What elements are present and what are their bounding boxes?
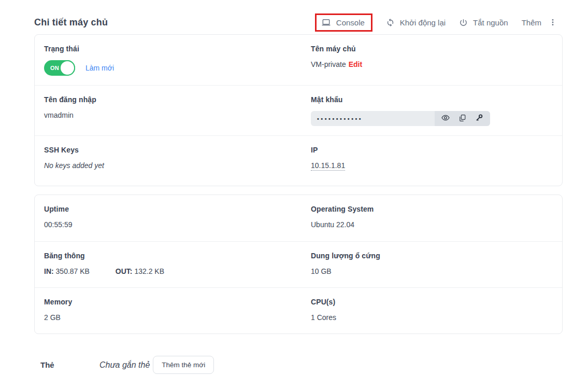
ssh-keys-label: SSH Keys: [44, 146, 311, 154]
system-details-card: Uptime 00:55:59 Operating System Ubuntu …: [34, 195, 563, 334]
change-password-button[interactable]: [475, 114, 483, 123]
cpu-label: CPU(s): [311, 298, 553, 306]
toggle-knob: [60, 60, 75, 76]
copy-password-button[interactable]: [458, 114, 466, 123]
uptime-value: 00:55:59: [44, 220, 311, 229]
power-icon: [459, 18, 468, 27]
bandwidth-in-value: 350.87 KB: [56, 267, 90, 275]
power-off-label: Tắt nguồn: [473, 18, 508, 27]
power-off-button[interactable]: Tắt nguồn: [459, 18, 508, 27]
tags-section: Thẻ Chưa gắn thẻ Thêm thẻ mới: [40, 356, 588, 374]
copy-icon: [458, 114, 466, 123]
console-button[interactable]: Console: [321, 18, 365, 27]
power-toggle[interactable]: ON: [44, 60, 75, 76]
ssh-keys-cell: SSH Keys No keys added yet: [44, 136, 311, 186]
password-masked-value: ••••••••••••: [311, 116, 435, 122]
os-cell: Operating System Ubuntu 22.04: [311, 195, 553, 241]
bandwidth-label: Băng thông: [44, 252, 311, 260]
more-button[interactable]: Thêm: [522, 18, 541, 27]
username-value: vmadmin: [44, 111, 311, 119]
server-details-page: Chi tiết máy chủ Console: [0, 0, 588, 389]
username-label: Tên đăng nhập: [44, 95, 311, 104]
ip-value-link[interactable]: 10.15.1.81: [311, 161, 345, 171]
refresh-link[interactable]: Làm mới: [85, 64, 114, 72]
memory-value: 2 GB: [44, 313, 311, 322]
bandwidth-out-label: OUT:: [116, 267, 133, 275]
uptime-cell: Uptime 00:55:59: [44, 195, 311, 241]
console-label: Console: [336, 18, 365, 27]
memory-cpu-row: Memory 2 GB CPU(s) 1 Cores: [35, 287, 562, 334]
hostname-value: VM-private: [311, 60, 346, 68]
toggle-on-text: ON: [50, 65, 59, 71]
sshkeys-ip-row: SSH Keys No keys added yet IP 10.15.1.81: [35, 135, 562, 186]
kebab-menu-icon[interactable]: [549, 18, 557, 27]
disk-value: 10 GB: [311, 267, 553, 275]
restart-button[interactable]: Khởi động lại: [386, 18, 446, 27]
tags-label: Thẻ: [40, 360, 99, 369]
memory-cell: Memory 2 GB: [44, 288, 311, 334]
laptop-icon: [321, 18, 331, 27]
cpu-cell: CPU(s) 1 Cores: [311, 288, 553, 334]
os-value: Ubuntu 22.04: [311, 220, 553, 229]
cpu-value: 1 Cores: [311, 313, 553, 322]
memory-label: Memory: [44, 298, 311, 306]
disk-label: Dung lượng ổ cứng: [311, 252, 553, 260]
ip-cell: IP 10.15.1.81: [311, 136, 553, 186]
status-label: Trạng thái: [44, 45, 311, 53]
status-cell: Trạng thái ON Làm mới: [44, 35, 311, 85]
bandwidth-cell: Băng thông IN: 350.87 KB OUT: 132.2 KB: [44, 242, 311, 287]
username-password-row: Tên đăng nhập vmadmin Mật khẩu •••••••••…: [35, 85, 562, 135]
bandwidth-out-value: 132.2 KB: [134, 267, 164, 275]
ip-label: IP: [311, 146, 553, 154]
more-label: Thêm: [522, 18, 541, 27]
os-label: Operating System: [311, 205, 553, 213]
tags-empty-text: Chưa gắn thẻ: [99, 360, 150, 370]
key-icon: [475, 114, 483, 123]
page-title: Chi tiết máy chủ: [34, 17, 108, 28]
header-actions: Console Khởi động lại Tắt nguồn: [315, 13, 557, 32]
add-tag-button[interactable]: Thêm thẻ mới: [153, 356, 214, 374]
uptime-label: Uptime: [44, 205, 311, 213]
password-label: Mật khẩu: [311, 95, 553, 104]
bandwidth-in-label: IN:: [44, 267, 54, 275]
username-cell: Tên đăng nhập vmadmin: [44, 86, 311, 135]
disk-cell: Dung lượng ổ cứng 10 GB: [311, 242, 553, 287]
console-highlight-box: Console: [315, 13, 372, 32]
password-field: ••••••••••••: [311, 111, 490, 126]
hostname-cell: Tên máy chủ VM-privateEdit: [311, 35, 553, 85]
hostname-edit-link[interactable]: Edit: [349, 60, 362, 68]
bandwidth-disk-row: Băng thông IN: 350.87 KB OUT: 132.2 KB D…: [35, 241, 562, 287]
restart-icon: [386, 18, 395, 27]
show-password-button[interactable]: [441, 114, 450, 123]
password-cell: Mật khẩu ••••••••••••: [311, 86, 553, 135]
password-actions: [435, 111, 490, 126]
access-details-card: Trạng thái ON Làm mới Tên máy chủ VM-pri…: [34, 34, 563, 186]
status-hostname-row: Trạng thái ON Làm mới Tên máy chủ VM-pri…: [35, 35, 562, 85]
ssh-keys-value: No keys added yet: [44, 161, 311, 170]
hostname-label: Tên máy chủ: [311, 45, 553, 53]
uptime-os-row: Uptime 00:55:59 Operating System Ubuntu …: [35, 195, 562, 241]
restart-label: Khởi động lại: [400, 18, 446, 27]
eye-icon: [441, 114, 450, 123]
page-header: Chi tiết máy chủ Console: [0, 0, 588, 34]
